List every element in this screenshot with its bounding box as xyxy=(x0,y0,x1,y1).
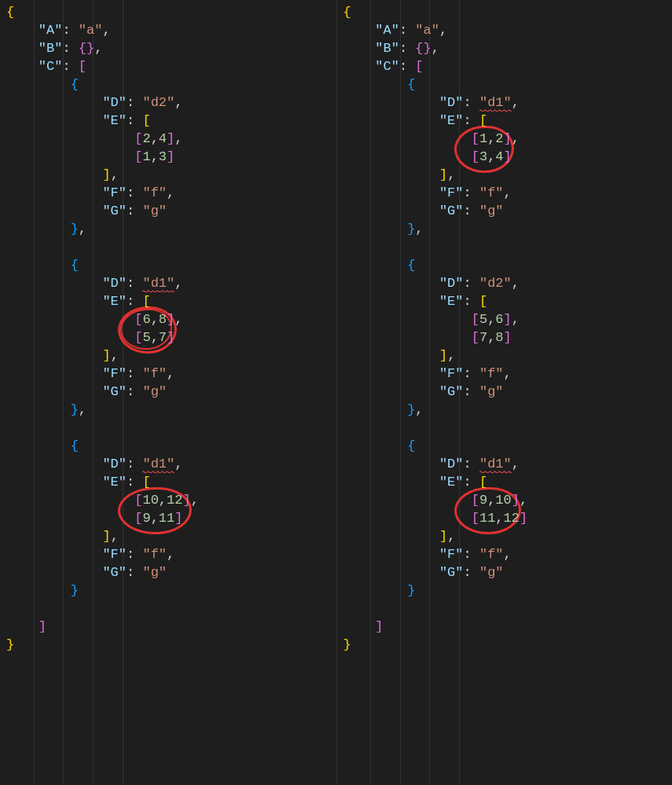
code-line[interactable]: [6,8], xyxy=(6,310,336,328)
code-line[interactable]: ], xyxy=(6,347,336,365)
code-line[interactable]: "G": "g" xyxy=(343,202,673,220)
code-line[interactable] xyxy=(343,419,673,437)
code-line[interactable]: "C": [ xyxy=(343,57,673,75)
code-line[interactable]: "E": [ xyxy=(343,112,673,130)
code-line[interactable]: [1,3] xyxy=(6,148,336,166)
code-line[interactable]: { xyxy=(6,3,336,21)
code-line[interactable] xyxy=(6,600,336,618)
code-line[interactable]: } xyxy=(343,581,673,600)
code-line[interactable]: "D": "d1", xyxy=(343,94,673,112)
code-line[interactable]: "E": [ xyxy=(6,112,336,130)
code-line[interactable]: [1,2], xyxy=(343,130,673,148)
code-line[interactable]: "E": [ xyxy=(6,292,336,310)
code-line[interactable]: ], xyxy=(6,166,336,184)
code-line[interactable]: { xyxy=(6,437,336,455)
code-line[interactable]: "F": "f", xyxy=(6,365,336,383)
editor-pane-left[interactable]: { "A": "a", "B": {}, "C": [ { "D": "d2",… xyxy=(0,0,336,785)
code-line[interactable]: { xyxy=(343,75,673,94)
code-line[interactable]: { xyxy=(343,256,673,274)
code-line[interactable]: } xyxy=(343,636,673,654)
code-line[interactable]: "F": "f", xyxy=(6,545,336,563)
code-line[interactable]: ], xyxy=(343,527,673,545)
code-line[interactable]: "F": "f", xyxy=(343,184,673,202)
code-line[interactable]: "C": [ xyxy=(6,57,336,75)
code-line[interactable]: { xyxy=(6,75,336,94)
code-line[interactable]: "D": "d2", xyxy=(343,274,673,292)
code-line[interactable]: }, xyxy=(6,220,336,238)
code-line[interactable]: "G": "g" xyxy=(343,563,673,581)
code-line[interactable]: }, xyxy=(6,401,336,419)
code-line[interactable] xyxy=(6,238,336,256)
code-line[interactable]: [7,8] xyxy=(343,328,673,347)
code-line[interactable]: "G": "g" xyxy=(6,383,336,401)
code-line[interactable]: "D": "d1", xyxy=(343,455,673,473)
code-line[interactable]: { xyxy=(343,437,673,455)
code-line[interactable]: "G": "g" xyxy=(6,563,336,581)
code-line[interactable]: "D": "d1", xyxy=(6,455,336,473)
code-line[interactable]: "F": "f", xyxy=(343,545,673,563)
code-line[interactable]: [5,6], xyxy=(343,310,673,328)
code-line[interactable]: "A": "a", xyxy=(343,21,673,39)
code-line[interactable]: "F": "f", xyxy=(343,365,673,383)
code-line[interactable]: [10,12], xyxy=(6,491,336,509)
code-line[interactable]: "G": "g" xyxy=(6,202,336,220)
code-line[interactable]: "E": [ xyxy=(343,473,673,491)
code-line[interactable]: [2,4], xyxy=(6,130,336,148)
code-line[interactable]: [5,7] xyxy=(6,328,336,347)
code-line[interactable] xyxy=(6,419,336,437)
code-line[interactable]: ], xyxy=(343,166,673,184)
code-line[interactable]: "E": [ xyxy=(343,292,673,310)
code-line[interactable]: }, xyxy=(343,401,673,419)
code-line[interactable]: "A": "a", xyxy=(6,21,336,39)
code-line[interactable]: ] xyxy=(6,618,336,636)
editor-pane-right[interactable]: { "A": "a", "B": {}, "C": [ { "D": "d1",… xyxy=(336,0,673,785)
code-line[interactable] xyxy=(343,600,673,618)
code-line[interactable]: ] xyxy=(343,618,673,636)
code-line[interactable]: [3,4] xyxy=(343,148,673,166)
code-line[interactable]: ], xyxy=(6,527,336,545)
code-line[interactable]: { xyxy=(343,3,673,21)
code-line[interactable]: }, xyxy=(343,220,673,238)
code-line[interactable]: "F": "f", xyxy=(6,184,336,202)
code-line[interactable]: "E": [ xyxy=(6,473,336,491)
code-line[interactable]: [11,12] xyxy=(343,509,673,527)
code-line[interactable]: "B": {}, xyxy=(6,39,336,57)
code-line[interactable] xyxy=(343,238,673,256)
code-line[interactable]: } xyxy=(6,636,336,654)
code-line[interactable]: } xyxy=(6,581,336,600)
code-line[interactable]: { xyxy=(6,256,336,274)
code-line[interactable]: "G": "g" xyxy=(343,383,673,401)
code-line[interactable]: "D": "d1", xyxy=(6,274,336,292)
code-line[interactable]: "B": {}, xyxy=(343,39,673,57)
diff-editor: { "A": "a", "B": {}, "C": [ { "D": "d2",… xyxy=(0,0,672,785)
code-line[interactable]: "D": "d2", xyxy=(6,94,336,112)
code-line[interactable]: [9,11] xyxy=(6,509,336,527)
code-line[interactable]: ], xyxy=(343,347,673,365)
code-line[interactable]: [9,10], xyxy=(343,491,673,509)
